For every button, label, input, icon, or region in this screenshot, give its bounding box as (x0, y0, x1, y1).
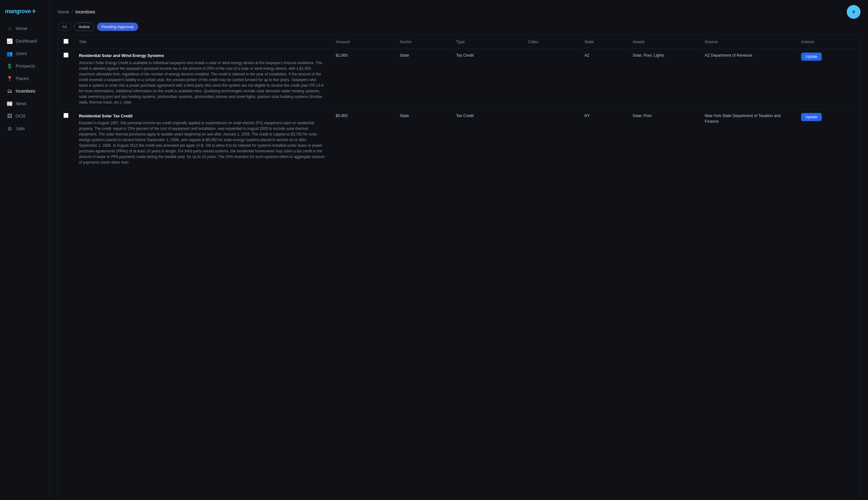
header-type: Type (451, 35, 523, 49)
sidebar-label-jobs: Jobs (16, 126, 25, 131)
header-source: Source (700, 35, 796, 49)
logo-icon: ✈ (31, 8, 37, 15)
breadcrumb-current: Incentives (75, 9, 95, 14)
sidebar-item-users[interactable]: 👥 Users (2, 47, 48, 59)
row-state: AZ (579, 49, 627, 109)
row-sector: State (395, 49, 451, 109)
update-button[interactable]: Update (801, 53, 822, 61)
sidebar-label-news: News (16, 101, 26, 106)
row-source: New York State Department of Taxation an… (700, 109, 796, 169)
prospects-icon: 💲 (7, 63, 12, 69)
sidebar-item-dashboard[interactable]: 📈 Dashboard (2, 35, 48, 47)
logo: mangrove✈ (0, 5, 50, 23)
header-state: State (579, 35, 627, 49)
row-type: Tax Credit (451, 49, 523, 109)
sidebar-item-jobs[interactable]: ⚙ Jobs (2, 123, 48, 135)
logo-text: mangrove (5, 8, 31, 15)
sidebar-label-places: Places (16, 76, 29, 81)
row-checkbox-1[interactable] (63, 113, 69, 118)
row-amount: $5,000 (331, 109, 395, 169)
incentives-table-container: Title Amount Sector Type Cities State As… (58, 35, 860, 500)
home-icon: ⌂ (7, 26, 12, 31)
row-title: Residential Solar Tax Credit (79, 113, 326, 119)
users-icon: 👥 (7, 51, 12, 56)
filter-all[interactable]: All (58, 23, 71, 31)
sidebar-item-home[interactable]: ⌂ Home (2, 23, 48, 34)
add-button[interactable]: + (847, 5, 860, 19)
main-content: Home / Incentives + All Active Pending A… (50, 0, 868, 500)
row-type: Tax Credit (451, 109, 523, 169)
row-cities (523, 49, 579, 109)
sidebar-nav: ⌂ Home 📈 Dashboard 👥 Users 💲 Prospects 📍… (0, 23, 50, 135)
row-title-col: Residential Solar and Wind Energy System… (74, 49, 330, 109)
row-checkbox-col (58, 109, 74, 169)
breadcrumb-separator: / (72, 9, 73, 14)
row-actions: Update (796, 109, 860, 169)
header-actions: Actions (796, 35, 860, 49)
breadcrumb-home[interactable]: Home (58, 9, 69, 14)
row-amount: $1,000 (331, 49, 395, 109)
row-assets: Solar, Pool (627, 109, 700, 169)
header: Home / Incentives + (50, 0, 868, 23)
row-description: Enacted in August 1997, this personal in… (79, 120, 326, 165)
sidebar-item-prospects[interactable]: 💲 Prospects (2, 60, 48, 72)
table-header: Title Amount Sector Type Cities State As… (58, 35, 860, 49)
row-cities (523, 109, 579, 169)
breadcrumb: Home / Incentives (58, 9, 95, 14)
row-title: Residential Solar and Wind Energy System… (79, 53, 326, 59)
jobs-icon: ⚙ (7, 126, 12, 132)
update-button[interactable]: Update (801, 113, 822, 121)
table-row: Residential Solar and Wind Energy System… (58, 49, 860, 109)
header-amount: Amount (331, 35, 395, 49)
sidebar-item-places[interactable]: 📍 Places (2, 72, 48, 84)
row-state: NY (579, 109, 627, 169)
header-assets: Assets (627, 35, 700, 49)
select-all-checkbox[interactable] (63, 39, 69, 44)
sidebar-label-prospects: Prospects (16, 64, 35, 69)
places-icon: 📍 (7, 76, 12, 81)
header-cities: Cities (523, 35, 579, 49)
incentives-table: Title Amount Sector Type Cities State As… (58, 35, 860, 169)
sidebar-item-news[interactable]: 📰 News (2, 98, 48, 110)
incentives-icon: 🗂 (7, 88, 12, 94)
row-title-col: Residential Solar Tax Credit Enacted in … (74, 109, 330, 169)
ocr-icon: 🖼 (7, 113, 12, 119)
row-actions: Update (796, 49, 860, 109)
header-title: Title (74, 35, 330, 49)
row-checkbox-0[interactable] (63, 53, 69, 58)
table-row: Residential Solar Tax Credit Enacted in … (58, 109, 860, 169)
header-checkbox-col (58, 35, 74, 49)
sidebar-label-users: Users (16, 51, 27, 56)
sidebar-label-home: Home (16, 26, 27, 31)
header-sector: Sector (395, 35, 451, 49)
sidebar-label-dashboard: Dashboard (16, 38, 37, 44)
news-icon: 📰 (7, 101, 12, 106)
filter-bar: All Active Pending Approval (50, 23, 868, 35)
dashboard-icon: 📈 (7, 38, 12, 44)
sidebar-item-ocr[interactable]: 🖼 OCR (2, 110, 48, 122)
row-source: AZ Department of Revenue (700, 49, 796, 109)
sidebar-label-incentives: Incentives (16, 89, 35, 93)
filter-pending[interactable]: Pending Approval (97, 23, 138, 31)
table-body: Residential Solar and Wind Energy System… (58, 49, 860, 169)
filter-active[interactable]: Active (74, 23, 94, 31)
row-description: Arizona's Solar Energy Credit is availab… (79, 60, 326, 105)
sidebar: mangrove✈ ⌂ Home 📈 Dashboard 👥 Users 💲 P… (0, 0, 50, 500)
row-checkbox-col (58, 49, 74, 109)
row-assets: Solar, Pool, Lights (627, 49, 700, 109)
sidebar-item-incentives[interactable]: 🗂 Incentives (2, 85, 48, 97)
row-sector: State (395, 109, 451, 169)
sidebar-label-ocr: OCR (16, 114, 25, 118)
